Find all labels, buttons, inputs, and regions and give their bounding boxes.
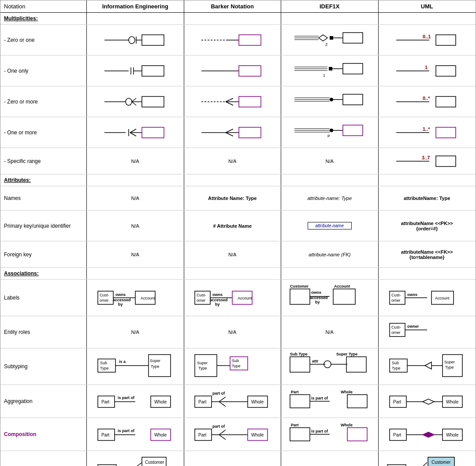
svg-text:Account: Account: [334, 284, 350, 288]
svg-text:1: 1: [425, 65, 428, 70]
ie-one-only: [87, 55, 184, 86]
svg-rect-64: [142, 127, 164, 138]
svg-rect-42: [142, 96, 164, 107]
svg-text:Account: Account: [238, 296, 252, 300]
aggregation-row: Aggregation Part is part of Whole Part p…: [0, 385, 476, 418]
svg-text:1..*: 1..*: [423, 126, 430, 132]
ie-aggregation: Part is part of Whole: [87, 385, 184, 418]
svg-line-165: [219, 397, 226, 402]
uml-entity-roles: Cust- omer owner: [379, 316, 476, 348]
svg-text:owns: owns: [407, 292, 417, 297]
entity-roles-row: Entity roles N/A N/A N/A Cust- omer owne…: [0, 316, 476, 348]
ie-or-constraint: Person Customer Employee: [87, 451, 184, 466]
barker-subtyping: Super Type Sub Type: [184, 348, 282, 385]
uml-foreign-key: attributeName <<FK>>{to=tablename}: [379, 241, 476, 267]
multiplicities-header-row: Multiplicities:: [0, 13, 476, 25]
composition-row: Composition Part is part of Whole Part p…: [0, 418, 476, 451]
ie-composition: Part is part of Whole: [87, 418, 184, 451]
svg-text:Sub Type: Sub Type: [290, 352, 308, 356]
idef1x-zero-or-one-diagram: Z: [294, 29, 365, 51]
svg-marker-11: [319, 35, 327, 41]
svg-text:3..7: 3..7: [422, 155, 430, 160]
idef1x-specific-range: N/A: [281, 148, 379, 174]
svg-text:Cust-: Cust-: [197, 293, 206, 297]
svg-rect-201: [290, 428, 310, 441]
barker-one-or-more-diagram: [201, 124, 263, 141]
idef1x-subtyping-diagram: Sub Type attr Super Type: [290, 351, 369, 382]
ie-subtyping-diagram: Sub Type is a Super Type: [98, 352, 173, 381]
svg-text:accessed: accessed: [310, 296, 328, 300]
attributes-label: Attributes:: [0, 174, 87, 186]
svg-text:Type: Type: [445, 365, 454, 370]
svg-text:Super: Super: [197, 361, 208, 365]
svg-text:Super: Super: [150, 359, 160, 363]
multiplicities-label: Multiplicities:: [0, 13, 87, 24]
svg-line-66: [226, 129, 233, 133]
svg-text:by: by: [118, 302, 123, 307]
uml-labels-diagram: Cust- omer owns Account: [390, 285, 465, 311]
idef1x-composition-diagram: Part is part of Whole: [290, 421, 369, 448]
svg-rect-13: [330, 36, 333, 40]
svg-text:Whole: Whole: [251, 399, 264, 404]
page: Notation Information Engineering Barker …: [0, 0, 476, 466]
svg-rect-83: [436, 156, 456, 166]
svg-text:owns: owns: [311, 290, 321, 295]
svg-text:Z: Z: [325, 42, 328, 47]
svg-rect-103: [290, 289, 310, 304]
idef1x-one-only-diagram: 1: [294, 60, 365, 82]
svg-text:Part: Part: [393, 399, 402, 404]
ie-aggregation-diagram: Part is part of Whole: [98, 389, 173, 414]
composition-label: Composition: [0, 418, 87, 451]
svg-text:attr: attr: [312, 359, 319, 363]
svg-text:Part: Part: [198, 399, 207, 404]
idef1x-one-or-more-diagram: P: [294, 122, 365, 144]
svg-rect-145: [346, 357, 366, 372]
barker-or-constraint: N/A: [184, 451, 282, 466]
svg-rect-172: [290, 395, 310, 408]
ie-zero-or-one: [87, 25, 184, 55]
svg-text:Type: Type: [198, 366, 207, 370]
names-label: Names: [0, 186, 87, 210]
svg-text:Part: Part: [101, 399, 110, 404]
svg-text:0..*: 0..*: [423, 96, 430, 101]
svg-text:Type: Type: [392, 366, 401, 370]
idef1x-one-only: 1: [281, 55, 379, 86]
header-barker: Barker Notation: [184, 0, 282, 12]
svg-rect-32: [343, 63, 363, 74]
svg-text:omer: omer: [391, 330, 401, 335]
svg-rect-131: [195, 355, 217, 377]
barker-composition-diagram: Part part of Whole: [195, 421, 270, 448]
svg-text:is part of: is part of: [118, 396, 135, 400]
svg-text:Part: Part: [101, 433, 110, 437]
svg-rect-25: [239, 66, 261, 76]
idef1x-composition: Part is part of Whole: [281, 418, 379, 451]
uml-aggregation: Part Whole: [379, 385, 476, 418]
svg-point-75: [330, 129, 333, 132]
subtyping-row: Subtyping Sub Type is a Super Type Super…: [0, 348, 476, 385]
svg-text:Whole: Whole: [341, 423, 353, 427]
uml-specific-range-diagram: 3..7: [396, 152, 458, 170]
ie-entity-roles: N/A: [87, 316, 184, 348]
uml-composition-diagram: Part Whole: [390, 422, 465, 447]
barker-labels-diagram: Cust- omer owns accessed by Account: [195, 285, 270, 311]
zero-or-one-label: - Zero or one: [0, 25, 87, 55]
idef1x-zero-or-more-diagram: [294, 91, 365, 113]
svg-text:Part: Part: [291, 423, 299, 427]
specific-range-row: - Specific range N/A N/A N/A 3..7: [0, 148, 476, 174]
svg-text:owns: owns: [212, 292, 223, 297]
svg-line-46: [226, 102, 233, 105]
ie-specific-range: N/A: [87, 148, 184, 174]
associations-header-row: Associations:: [0, 268, 476, 280]
svg-line-44: [226, 98, 233, 102]
uml-composition: Part Whole: [379, 418, 476, 451]
svg-text:is part of: is part of: [311, 429, 328, 433]
ie-one-only-diagram: [104, 62, 166, 80]
idef1x-names: attribute-name: Type: [281, 186, 379, 210]
svg-text:Customer: Customer: [290, 284, 309, 288]
svg-text:Whole: Whole: [446, 433, 459, 437]
svg-text:Type: Type: [151, 364, 160, 369]
zero-or-more-label: - Zero or more: [0, 86, 87, 117]
labels-row-label: Labels: [0, 280, 87, 316]
svg-rect-35: [436, 66, 456, 76]
svg-text:Super Type: Super Type: [336, 352, 357, 356]
